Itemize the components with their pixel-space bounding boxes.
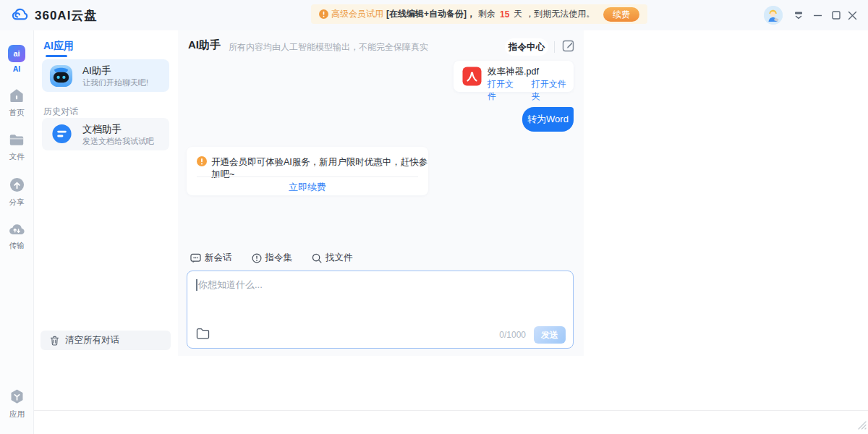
new-session-button[interactable]: 新会话	[190, 252, 232, 264]
rail-item-transfer[interactable]: 传输	[0, 223, 34, 251]
command-set-button[interactable]: 指令集	[252, 252, 293, 264]
rail-item-ai[interactable]: ai AI	[0, 45, 34, 73]
resize-grip[interactable]	[857, 420, 867, 433]
robot-icon	[48, 63, 74, 91]
rail-item-home[interactable]: 首页	[0, 88, 34, 118]
message-input-container: 0/1000 发送	[187, 271, 574, 349]
ai-icon: ai	[8, 45, 25, 62]
app-logo: 360AI云盘	[10, 6, 97, 25]
renew-button[interactable]: 续费	[603, 7, 639, 22]
chat-panel: AI助手 所有内容均由人工智能模型输出，不能完全保障真实 指令中心 效率神器.p…	[178, 30, 584, 356]
history-section-label: 历史对话	[43, 106, 78, 118]
file-name: 效率神器.pdf	[488, 66, 539, 78]
banner-tail-text: ，到期无法使用。	[525, 8, 595, 20]
tab-ai-apps[interactable]: AI应用	[43, 40, 74, 53]
command-circle-icon	[252, 253, 262, 263]
clear-all-chats-button[interactable]: 清空所有对话	[41, 331, 171, 350]
close-button[interactable]	[845, 8, 859, 22]
file-message-card: 效率神器.pdf 打开文件 打开文件夹	[454, 61, 574, 92]
membership-notice-card: 开通会员即可体验AI服务，新用户限时优惠中，赶快参加吧~ 立即续费	[187, 147, 428, 195]
convert-to-word-bubble[interactable]: 转为Word	[522, 107, 574, 132]
attach-folder-icon[interactable]	[196, 328, 210, 342]
search-icon	[312, 253, 322, 263]
open-folder-link[interactable]: 打开文件夹	[532, 78, 574, 103]
message-input[interactable]	[187, 271, 573, 323]
card-title: 文档助手	[82, 123, 122, 136]
chat-bubble-icon	[190, 253, 201, 263]
renew-now-link[interactable]: 立即续费	[187, 181, 428, 194]
membership-trial-banner: 高级会员试用[在线编辑+自动备份]，剩余15天，到期无法使用。 续费	[311, 4, 647, 24]
nav-rail: ai AI 首页 文件 分享	[0, 30, 34, 434]
pdf-icon	[462, 67, 482, 89]
banner-lead-text: 高级会员试用	[331, 8, 383, 20]
find-file-button[interactable]: 找文件	[312, 252, 353, 264]
char-counter: 0/1000	[499, 330, 526, 340]
title-bar: 360AI云盘 高级会员试用[在线编辑+自动备份]，剩余15天，到期无法使用。 …	[0, 0, 868, 30]
open-file-link[interactable]: 打开文件	[488, 78, 522, 103]
header-divider	[554, 41, 555, 53]
tab-underline	[46, 55, 67, 57]
app-title: 360AI云盘	[35, 7, 97, 24]
send-button[interactable]: 发送	[534, 326, 566, 344]
chat-title: AI助手	[188, 38, 221, 52]
ai-assistant-card[interactable]: AI助手 让我们开始聊天吧!	[42, 59, 169, 92]
transfer-icon	[9, 223, 25, 239]
folder-icon	[9, 133, 25, 150]
trash-icon	[50, 336, 59, 346]
ai-disclaimer: 所有内容均由人工智能模型输出，不能完全保障真实	[229, 41, 428, 54]
doc-assistant-card[interactable]: 文档助手 发送文档给我试试吧	[42, 118, 169, 150]
warning-icon	[319, 9, 328, 19]
doc-assistant-icon	[50, 122, 74, 149]
status-bar-divider	[34, 410, 868, 411]
home-icon	[9, 88, 25, 106]
user-avatar[interactable]	[764, 6, 783, 25]
banner-days-unit: 天	[514, 8, 522, 20]
card-title: AI助手	[82, 64, 111, 77]
banner-days-value: 15	[500, 9, 509, 20]
banner-feature-text: [在线编辑+自动备份]，	[386, 8, 475, 20]
card-subtitle: 发送文档给我试试吧	[82, 136, 154, 147]
banner-remain-text: 剩余	[478, 8, 495, 20]
apps-icon	[9, 388, 25, 407]
rail-item-share[interactable]: 分享	[0, 177, 34, 208]
command-center-button[interactable]: 指令中心	[505, 38, 548, 56]
maximize-button[interactable]	[829, 8, 843, 22]
ai-sidebar: AI应用 AI助手 让我们开始聊天吧! 历史对话	[34, 30, 178, 411]
share-icon	[9, 177, 25, 195]
rail-item-apps[interactable]: 应用	[0, 388, 34, 420]
tray-menu-icon[interactable]	[791, 8, 806, 22]
cloud-logo-icon	[10, 6, 30, 25]
card-subtitle: 让我们开始聊天吧!	[82, 77, 148, 88]
app-window: 360AI云盘 高级会员试用[在线编辑+自动备份]，剩余15天，到期无法使用。 …	[0, 0, 868, 434]
minimize-button[interactable]	[810, 8, 825, 22]
notice-divider	[197, 176, 418, 177]
input-toolbar: 新会话 指令集 找文件	[190, 252, 353, 264]
warning-icon	[197, 156, 207, 169]
new-chat-edit-icon[interactable]	[562, 39, 576, 54]
rail-item-files[interactable]: 文件	[0, 133, 34, 162]
